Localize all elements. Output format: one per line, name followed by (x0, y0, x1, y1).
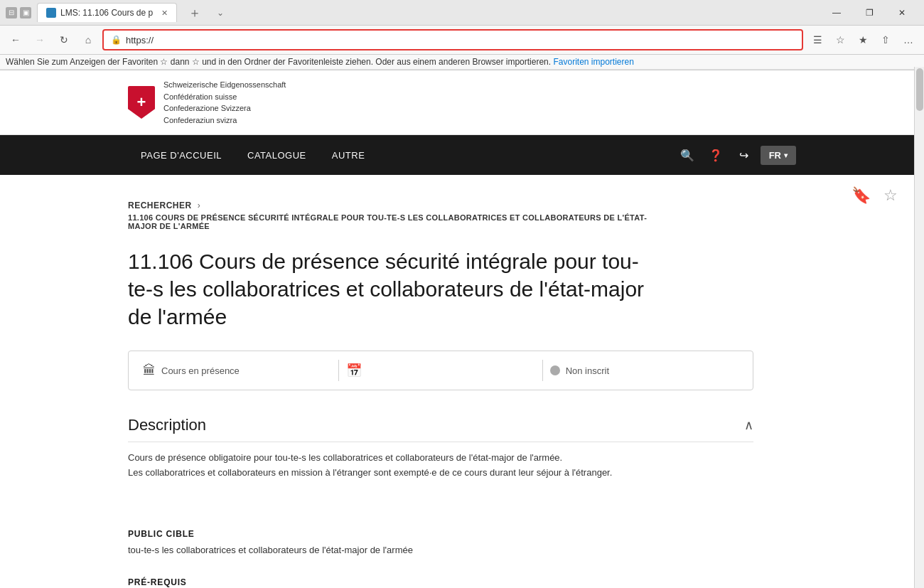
scrollbar[interactable] (914, 67, 924, 588)
nav-home[interactable]: PAGE D'ACCUEIL (128, 135, 235, 175)
system-icon-1: ⊟ (6, 7, 17, 18)
window-controls: — ❐ ✕ (820, 2, 918, 23)
breadcrumb: RECHERCHER › (128, 201, 668, 210)
enrollment-item: Non inscrit (550, 365, 738, 376)
breadcrumb-link[interactable]: RECHERCHER (128, 201, 192, 210)
site-header: + Schweizerische Eidgenossenschaft Confé… (0, 70, 924, 135)
pre-requis-section: PRÉ-REQUIS En complément aux leçons requ… (128, 577, 753, 588)
maximize-button[interactable]: ❐ (853, 2, 886, 23)
url-input[interactable] (126, 35, 795, 46)
description-header: Description ∧ (128, 416, 753, 442)
logo-line2: Confédération suisse (163, 91, 286, 103)
swiss-shield-logo: + (128, 86, 155, 119)
address-bar[interactable]: 🔒 (102, 29, 803, 50)
breadcrumb-separator: › (198, 201, 200, 210)
public-cible-text: tou-te-s les collaboratrices et collabor… (128, 543, 753, 558)
security-icon: 🔒 (111, 35, 122, 45)
share-button[interactable]: ⇧ (876, 30, 896, 50)
nav-links: PAGE D'ACCUEIL CATALOGUE AUTRE (128, 135, 675, 175)
language-selector[interactable]: FR ▾ (761, 146, 796, 165)
enrollment-status: Non inscrit (566, 365, 609, 376)
site-content: + Schweizerische Eidgenossenschaft Confé… (0, 70, 924, 588)
logo-text: Schweizerische Eidgenossenschaft Confédé… (163, 79, 286, 126)
close-button[interactable]: ✕ (886, 2, 918, 23)
nav-catalogue[interactable]: CATALOGUE (235, 135, 319, 175)
calendar-icon: 📅 (346, 363, 362, 378)
description-line2: Les collaboratrices et collaborateurs en… (128, 466, 753, 481)
description-toggle[interactable]: ∧ (744, 417, 753, 433)
main-content: 🔖 ☆ RECHERCHER › 11.106 COURS DE PRÉSENC… (0, 175, 924, 588)
reading-view-button[interactable]: ☰ (807, 30, 827, 50)
tab-close-button[interactable]: ✕ (161, 9, 168, 18)
public-cible-section: PUBLIC CIBLE tou-te-s les collaboratrice… (128, 529, 753, 558)
swiss-cross-icon: + (137, 93, 146, 112)
course-title: 11.106 Cours de présence sécurité intégr… (128, 247, 647, 331)
favorites-star1: ☆ (160, 57, 168, 67)
info-divider-2 (542, 360, 543, 381)
logo-line3: Confederazione Svizzera (163, 102, 286, 114)
site-logo: + Schweizerische Eidgenossenschaft Confé… (128, 79, 286, 126)
breadcrumb-full-title: 11.106 COURS DE PRÉSENCE SÉCURITÉ INTÉGR… (128, 213, 668, 230)
lang-label: FR (769, 150, 781, 161)
favorites-bar: Wählen Sie zum Anzeigen der Favoriten ☆ … (0, 55, 924, 70)
collections-button[interactable]: ★ (853, 30, 873, 50)
site-nav: PAGE D'ACCUEIL CATALOGUE AUTRE 🔍 ❓ ↪ FR … (0, 135, 924, 175)
course-type-item: 🏛 Cours en présence (143, 363, 331, 378)
calendar-item: 📅 (346, 363, 534, 378)
nav-icons: 🔍 ❓ ↪ FR ▾ (675, 143, 796, 167)
logo-line4: Confederaziun svizra (163, 114, 286, 127)
lang-chevron-icon: ▾ (784, 151, 788, 159)
search-button[interactable]: 🔍 (675, 143, 699, 167)
browser-chrome: ⊟ ▣ LMS: 11.106 Cours de p ✕ ＋ ⌄ — ❐ ✕ ←… (0, 0, 924, 70)
public-cible-label: PUBLIC CIBLE (128, 529, 753, 539)
description-title: Description (128, 416, 206, 434)
pre-requis-label: PRÉ-REQUIS (128, 577, 753, 587)
back-button[interactable]: ← (6, 30, 26, 50)
description-text: Cours de présence obligatoire pour tou-t… (128, 451, 753, 481)
browser-actions: ☰ ☆ ★ ⇧ … (807, 30, 918, 50)
description-line1: Cours de présence obligatoire pour tou-t… (128, 451, 753, 466)
browser-nav-bar: ← → ↻ ⌂ 🔒 ☰ ☆ ★ ⇧ … (0, 26, 924, 55)
system-icon-2: ▣ (20, 7, 31, 18)
logout-button[interactable]: ↪ (732, 143, 756, 167)
help-button[interactable]: ❓ (704, 143, 728, 167)
settings-button[interactable]: … (898, 30, 918, 50)
home-button[interactable]: ⌂ (78, 30, 98, 50)
nav-autre[interactable]: AUTRE (319, 135, 378, 175)
bookmark-icon-1[interactable]: 🔖 (849, 181, 873, 210)
logo-line1: Schweizerische Eidgenossenschaft (163, 79, 286, 91)
info-bar: 🏛 Cours en présence 📅 Non inscrit (128, 351, 753, 390)
active-tab[interactable]: LMS: 11.106 Cours de p ✕ (37, 3, 177, 22)
spacer (128, 501, 796, 529)
description-section: Description ∧ Cours de présence obligato… (128, 416, 753, 481)
star-icon[interactable]: ☆ (879, 181, 903, 210)
tab-overflow-button[interactable]: ⌄ (213, 5, 228, 21)
address-bar-container: 🔒 (102, 29, 803, 50)
browser-titlebar: ⊟ ▣ LMS: 11.106 Cours de p ✕ ＋ ⌄ — ❐ ✕ (0, 0, 924, 26)
favorites-instructions: dann ☆ und in den Ordner der Favoritenle… (171, 57, 551, 67)
course-type-icon: 🏛 (143, 363, 156, 378)
browser-titlebar-controls: ⊟ ▣ (6, 7, 31, 18)
tab-title: LMS: 11.106 Cours de p (60, 8, 153, 18)
tab-favicon (46, 8, 56, 18)
favorites-text: Wählen Sie zum Anzeigen der Favoriten (6, 57, 158, 67)
breadcrumb-section: RECHERCHER › 11.106 COURS DE PRÉSENCE SÉ… (128, 189, 796, 236)
favorites-button[interactable]: ☆ (830, 30, 850, 50)
scrollbar-thumb[interactable] (916, 68, 923, 111)
info-divider-1 (338, 360, 339, 381)
refresh-button[interactable]: ↻ (54, 30, 74, 50)
minimize-button[interactable]: — (820, 2, 853, 23)
forward-button[interactable]: → (30, 30, 50, 50)
course-type-label: Cours en présence (161, 365, 240, 376)
favorites-import-link[interactable]: Favoriten importieren (553, 57, 633, 67)
status-dot-icon (550, 365, 560, 375)
new-tab-button[interactable]: ＋ (183, 1, 207, 24)
